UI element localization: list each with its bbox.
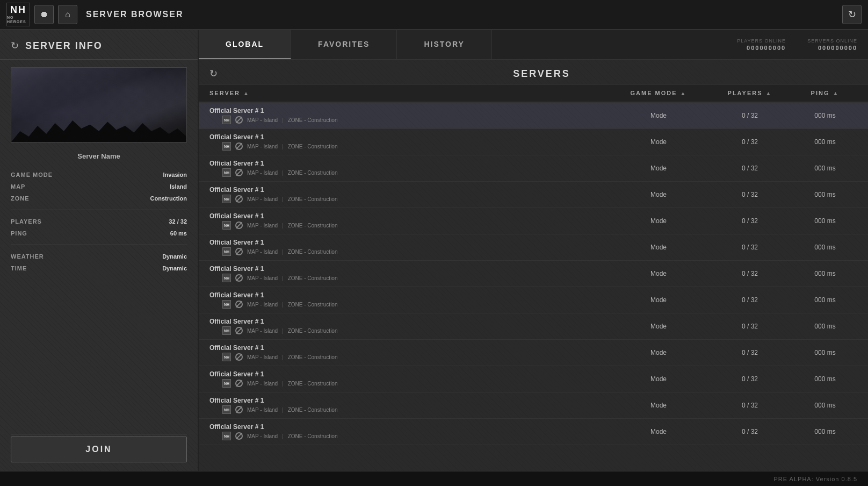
server-name: Official Server # 1 (209, 291, 264, 299)
tab-global[interactable]: GLOBAL (199, 30, 291, 59)
server-info-title: SERVER INFO (25, 40, 103, 52)
table-row[interactable]: Official Server # 1 NH MAP - Island | ZO… (199, 234, 868, 261)
ping-cell: 000 ms (793, 244, 857, 251)
ping-sort-arrow: ▲ (833, 90, 840, 96)
players-online-value: 000000000 (747, 45, 786, 51)
servers-title: SERVERS (226, 68, 857, 80)
server-row-top: Official Server # 1 (209, 370, 610, 378)
table-row[interactable]: Official Server # 1 NH MAP - Island | ZO… (199, 129, 868, 155)
table-row[interactable]: Official Server # 1 NH MAP - Island | ZO… (199, 340, 868, 366)
col-header-gamemode[interactable]: GAME MODE ▲ (610, 90, 707, 96)
gamemode-cell: Mode (610, 244, 707, 251)
servers-online-label: SERVERS ONLINE (807, 38, 857, 44)
server-zone: ZONE - Construction (288, 275, 338, 281)
server-map: MAP - Island (247, 407, 278, 413)
server-info-table: GAME MODE Invasion MAP Island ZONE Const… (0, 166, 198, 208)
gamemode-cell: Mode (610, 296, 707, 304)
table-row[interactable]: Official Server # 1 NH MAP - Island | ZO… (199, 287, 868, 313)
divider-2 (11, 245, 187, 245)
ban-icon (235, 406, 243, 413)
ban-icon (235, 116, 243, 124)
gamemode-cell: Mode (610, 191, 707, 198)
ping-cell: 000 ms (793, 191, 857, 198)
servers-refresh-icon[interactable]: ↻ (209, 68, 218, 80)
ban-icon (235, 248, 243, 255)
bottom-bar: PRE ALPHA: Version 0.8.5 (0, 471, 868, 486)
server-name: Official Server # 1 (209, 344, 264, 352)
server-info-refresh-icon[interactable]: ↻ (11, 40, 19, 52)
players-cell: 0 / 32 (707, 112, 793, 119)
weather-row: WEATHER Dynamic (11, 251, 187, 262)
nh-icon: NH (222, 247, 231, 256)
server-col-content: Official Server # 1 NH MAP - Island | ZO… (209, 344, 610, 361)
players-cell: 0 / 32 (707, 165, 793, 172)
server-zone: ZONE - Construction (288, 223, 338, 228)
players-value: 32 / 32 (169, 218, 187, 225)
server-name-label: Server Name (0, 148, 198, 166)
table-row[interactable]: Official Server # 1 NH MAP - Island | ZO… (199, 208, 868, 234)
tab-favorites[interactable]: FAVORITES (291, 30, 397, 59)
server-col-content: Official Server # 1 NH MAP - Island | ZO… (209, 186, 610, 203)
table-row[interactable]: Official Server # 1 NH MAP - Island | ZO… (199, 103, 868, 129)
main-layout: ↻ SERVER INFO Server Name GAME MODE Inva… (0, 30, 868, 471)
players-row: PLAYERS 32 / 32 (11, 216, 187, 227)
ping-cell: 000 ms (793, 323, 857, 330)
col-header-players[interactable]: PLAYERS ▲ (707, 90, 793, 96)
table-body: Official Server # 1 NH MAP - Island | ZO… (199, 103, 868, 471)
nh-icon: NH (222, 168, 231, 177)
power-button[interactable]: ⏺ (34, 5, 54, 24)
table-row[interactable]: Official Server # 1 NH MAP - Island | ZO… (199, 366, 868, 392)
table-row[interactable]: Official Server # 1 NH MAP - Island | ZO… (199, 419, 868, 445)
home-button[interactable]: ⌂ (58, 5, 77, 24)
col-header-server[interactable]: SERVER ▲ (209, 90, 610, 96)
server-zone: ZONE - Construction (288, 433, 338, 439)
gamemode-cell: Mode (610, 138, 707, 146)
players-cell: 0 / 32 (707, 428, 793, 435)
table-row[interactable]: Official Server # 1 NH MAP - Island | ZO… (199, 182, 868, 208)
server-zone: ZONE - Construction (288, 196, 338, 202)
server-zone: ZONE - Construction (288, 144, 338, 149)
players-online-label: PLAYERS ONLINE (737, 38, 786, 44)
players-cell: 0 / 32 (707, 375, 793, 383)
nh-icon: NH (222, 326, 231, 335)
server-env-table: WEATHER Dynamic TIME Dynamic (0, 247, 198, 277)
players-cell: 0 / 32 (707, 138, 793, 146)
page-title: SERVER BROWSER (86, 10, 838, 19)
tab-history[interactable]: HISTORY (397, 30, 491, 59)
players-cell: 0 / 32 (707, 402, 793, 409)
server-map: MAP - Island (247, 381, 278, 387)
players-online-item: PLAYERS ONLINE 000000000 (737, 38, 786, 51)
table-row[interactable]: Official Server # 1 NH MAP - Island | ZO… (199, 261, 868, 287)
join-button[interactable]: JOIN (11, 437, 187, 462)
server-row-bottom: NH MAP - Island | ZONE - Construction (209, 379, 610, 388)
ping-cell: 000 ms (793, 349, 857, 356)
server-zone: ZONE - Construction (288, 354, 338, 360)
server-row-top: Official Server # 1 (209, 344, 610, 352)
ban-icon (235, 301, 243, 308)
zone-row: ZONE Construction (11, 192, 187, 204)
left-panel: ↻ SERVER INFO Server Name GAME MODE Inva… (0, 30, 199, 471)
server-row-top: Official Server # 1 (209, 318, 610, 325)
server-zone: ZONE - Construction (288, 381, 338, 387)
right-panel: GLOBAL FAVORITES HISTORY PLAYERS ONLINE … (199, 30, 868, 471)
server-row-bottom: NH MAP - Island | ZONE - Construction (209, 195, 610, 203)
col-header-ping[interactable]: PING ▲ (793, 90, 857, 96)
ban-icon (235, 380, 243, 387)
top-refresh-button[interactable]: ↻ (842, 5, 862, 24)
server-name: Official Server # 1 (209, 133, 264, 141)
server-row-bottom: NH MAP - Island | ZONE - Construction (209, 142, 610, 151)
ban-icon (235, 274, 243, 282)
gamemode-cell: Mode (610, 270, 707, 277)
nh-icon: NH (222, 221, 231, 230)
table-row[interactable]: Official Server # 1 NH MAP - Island | ZO… (199, 392, 868, 419)
table-row[interactable]: Official Server # 1 NH MAP - Island | ZO… (199, 155, 868, 182)
server-map: MAP - Island (247, 144, 278, 149)
servers-area: ↻ SERVERS SERVER ▲ GAME MODE ▲ PLAYERS (199, 60, 868, 471)
gamemode-cell: Mode (610, 428, 707, 435)
logo-sub: NO HEROES (7, 16, 30, 24)
server-row-bottom: NH MAP - Island | ZONE - Construction (209, 221, 610, 230)
nh-icon: NH (222, 353, 231, 361)
server-name: Official Server # 1 (209, 212, 264, 220)
table-row[interactable]: Official Server # 1 NH MAP - Island | ZO… (199, 313, 868, 340)
players-cell: 0 / 32 (707, 191, 793, 198)
